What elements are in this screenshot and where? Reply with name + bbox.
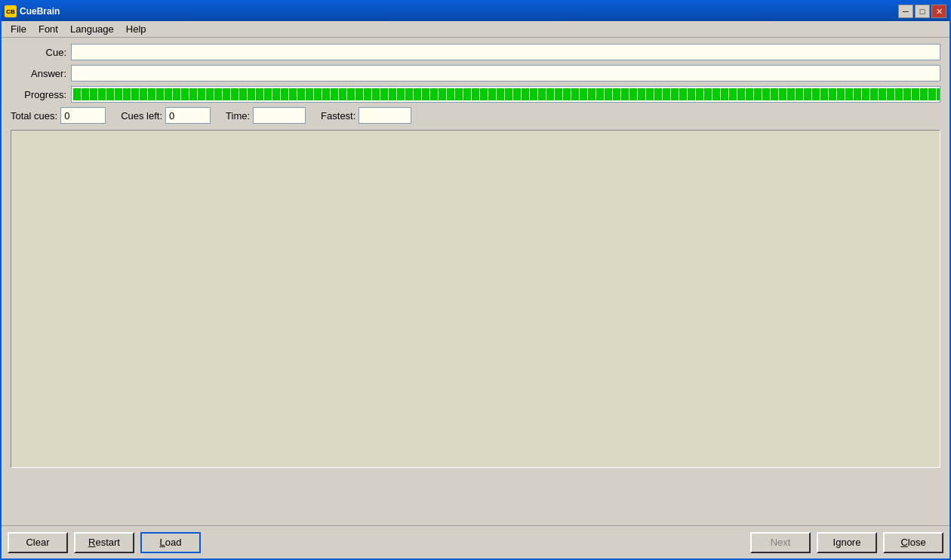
cue-row: Cue: (11, 44, 940, 60)
restart-button[interactable]: Restart (74, 532, 134, 553)
progress-segment (439, 88, 446, 100)
answer-row: Answer: (11, 65, 940, 82)
progress-segment (928, 88, 936, 100)
progress-segment (638, 88, 645, 100)
progress-segment (937, 88, 940, 100)
title-bar: CB CueBrain ─ □ ✕ (2, 2, 949, 21)
progress-segment (712, 88, 720, 100)
time-input[interactable] (253, 107, 306, 124)
progress-segment (762, 88, 770, 100)
progress-segment (729, 88, 737, 100)
progress-segment (845, 88, 853, 100)
progress-segment (837, 88, 845, 100)
next-button[interactable]: Next (750, 532, 811, 553)
progress-segment (189, 88, 197, 100)
total-cues-input[interactable] (60, 107, 106, 124)
progress-segment (862, 88, 869, 100)
progress-segment (870, 88, 878, 100)
progress-segment (530, 88, 537, 100)
load-label-rest: oad (165, 537, 182, 548)
progress-segment (538, 88, 546, 100)
progress-segment (455, 88, 463, 100)
progress-segment (198, 88, 205, 100)
progress-segment (596, 88, 604, 100)
progress-segment (115, 88, 122, 100)
progress-segment (472, 88, 479, 100)
progress-segment (546, 88, 554, 100)
progress-bar-container (71, 86, 940, 103)
fastest-label: Fastest: (321, 110, 359, 122)
progress-segment (73, 88, 81, 100)
progress-segment (364, 88, 371, 100)
progress-segment (272, 88, 280, 100)
progress-segment (796, 88, 803, 100)
bottom-left-buttons: Clear Restart Load (8, 532, 201, 553)
progress-segment (206, 88, 214, 100)
progress-segment (912, 88, 919, 100)
clear-button[interactable]: Clear (8, 532, 68, 553)
progress-segment (297, 88, 305, 100)
progress-segment (571, 88, 579, 100)
progress-segment (90, 88, 97, 100)
app-window: CB CueBrain ─ □ ✕ File Font Language Hel… (0, 0, 951, 560)
progress-segment (289, 88, 297, 100)
progress-segment (98, 88, 106, 100)
progress-segment (223, 88, 230, 100)
progress-segment (505, 88, 512, 100)
progress-segment (131, 88, 139, 100)
title-bar-left: CB CueBrain (5, 5, 60, 17)
progress-segment (397, 88, 405, 100)
title-bar-controls: ─ □ ✕ (898, 5, 946, 18)
progress-segment (696, 88, 703, 100)
progress-segment (480, 88, 488, 100)
progress-segment (214, 88, 222, 100)
menu-help[interactable]: Help (120, 22, 152, 36)
progress-segment (414, 88, 421, 100)
close-button[interactable]: Close (883, 532, 943, 553)
progress-segment (140, 88, 147, 100)
progress-segment (82, 88, 89, 100)
progress-segment (555, 88, 562, 100)
progress-segment (920, 88, 928, 100)
load-button[interactable]: Load (140, 532, 201, 553)
progress-segment (405, 88, 413, 100)
menu-file[interactable]: File (5, 22, 32, 36)
progress-segment (671, 88, 679, 100)
cues-left-input[interactable] (165, 107, 211, 124)
progress-segment (787, 88, 795, 100)
fastest-input[interactable] (359, 107, 411, 124)
menu-language[interactable]: Language (64, 22, 120, 36)
progress-segment (721, 88, 728, 100)
progress-segment (563, 88, 571, 100)
progress-segment (231, 88, 239, 100)
progress-row: Progress: (11, 86, 940, 103)
progress-segment (522, 88, 529, 100)
progress-segment (629, 88, 637, 100)
progress-segment (771, 88, 778, 100)
maximize-button[interactable]: □ (915, 5, 930, 18)
title-bar-title: CueBrain (20, 6, 60, 17)
ignore-button[interactable]: Ignore (817, 532, 877, 553)
stats-row: Total cues: Cues left: Time: Fastest: (11, 107, 940, 124)
progress-segment (879, 88, 886, 100)
progress-segment (463, 88, 471, 100)
bottom-right-buttons: Next Ignore Close (750, 532, 943, 553)
progress-segment (613, 88, 620, 100)
menu-font[interactable]: Font (32, 22, 64, 36)
progress-segment (447, 88, 454, 100)
cue-input[interactable] (71, 44, 940, 60)
answer-input[interactable] (71, 65, 940, 82)
progress-segment (754, 88, 762, 100)
app-icon: CB (5, 5, 17, 17)
cues-left-label: Cues left: (121, 110, 165, 122)
progress-segment (497, 88, 504, 100)
progress-segment (580, 88, 587, 100)
progress-segment (148, 88, 155, 100)
progress-segment (621, 88, 629, 100)
cue-label: Cue: (11, 47, 71, 58)
minimize-button[interactable]: ─ (898, 5, 913, 18)
progress-segment (347, 88, 355, 100)
progress-segment (820, 88, 828, 100)
main-body: Cue: Answer: Progress: Total cues: Cues … (2, 38, 949, 558)
close-window-button[interactable]: ✕ (931, 5, 946, 18)
